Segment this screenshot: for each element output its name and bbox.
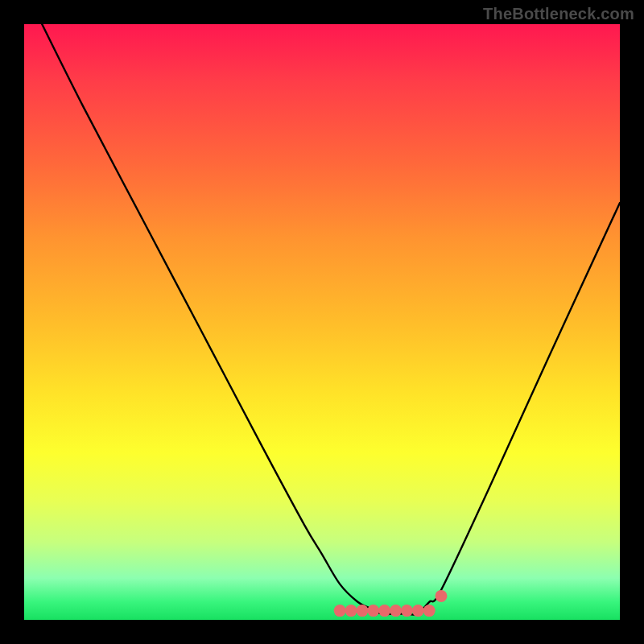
bottleneck-curve: [42, 24, 620, 615]
marker-dot: [412, 605, 424, 617]
marker-dot: [367, 605, 379, 617]
marker-dot: [345, 605, 357, 617]
plot-area: [24, 24, 620, 620]
marker-dot: [334, 605, 346, 617]
chart-svg: [24, 24, 620, 620]
chart-stage: TheBottleneck.com: [0, 0, 644, 644]
watermark-text: TheBottleneck.com: [483, 5, 634, 23]
marker-dot: [356, 605, 368, 617]
marker-dot: [436, 590, 448, 602]
flat-region-markers: [334, 590, 448, 617]
marker-dot: [390, 605, 402, 617]
marker-dot: [423, 605, 436, 617]
marker-dot: [378, 605, 390, 617]
marker-dot: [401, 605, 413, 617]
